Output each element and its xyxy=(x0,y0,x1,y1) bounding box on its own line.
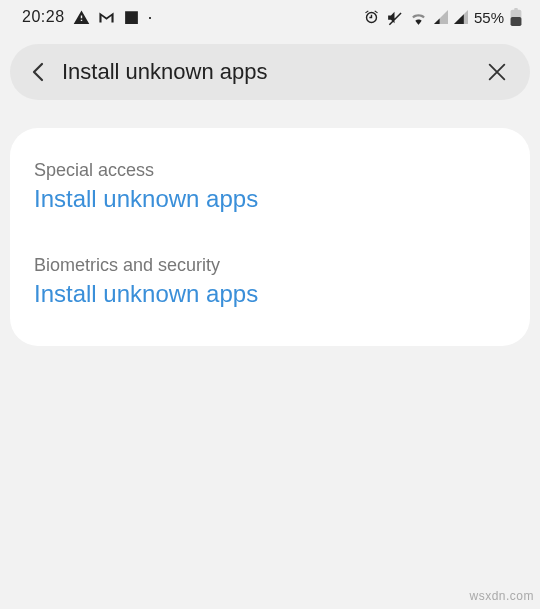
battery-text: 55% xyxy=(474,9,504,26)
result-category: Biometrics and security xyxy=(34,255,506,276)
close-icon[interactable] xyxy=(486,61,508,83)
image-icon xyxy=(123,9,140,26)
svg-rect-2 xyxy=(514,8,518,11)
status-right: 55% xyxy=(363,8,522,26)
result-title: Install unknown apps xyxy=(34,280,506,308)
mute-icon xyxy=(386,9,403,26)
result-category: Special access xyxy=(34,160,506,181)
search-bar[interactable]: Install unknown apps xyxy=(10,44,530,100)
back-icon[interactable] xyxy=(28,60,48,84)
svg-rect-1 xyxy=(511,17,522,26)
status-bar: 20:28 · 55% xyxy=(0,0,540,34)
signal1-icon xyxy=(434,10,448,24)
gmail-icon xyxy=(98,11,115,24)
results-card: Special access Install unknown apps Biom… xyxy=(10,128,530,346)
alarm-icon xyxy=(363,9,380,26)
result-item[interactable]: Special access Install unknown apps xyxy=(34,156,506,217)
watermark: wsxdn.com xyxy=(469,589,534,603)
status-time: 20:28 xyxy=(22,8,65,26)
warning-icon xyxy=(73,9,90,26)
result-title: Install unknown apps xyxy=(34,185,506,213)
wifi-icon xyxy=(409,10,428,25)
signal2-icon xyxy=(454,10,468,24)
search-input[interactable]: Install unknown apps xyxy=(62,59,486,85)
status-left: 20:28 · xyxy=(22,8,153,26)
result-item[interactable]: Biometrics and security Install unknown … xyxy=(34,251,506,312)
battery-icon xyxy=(510,8,522,26)
